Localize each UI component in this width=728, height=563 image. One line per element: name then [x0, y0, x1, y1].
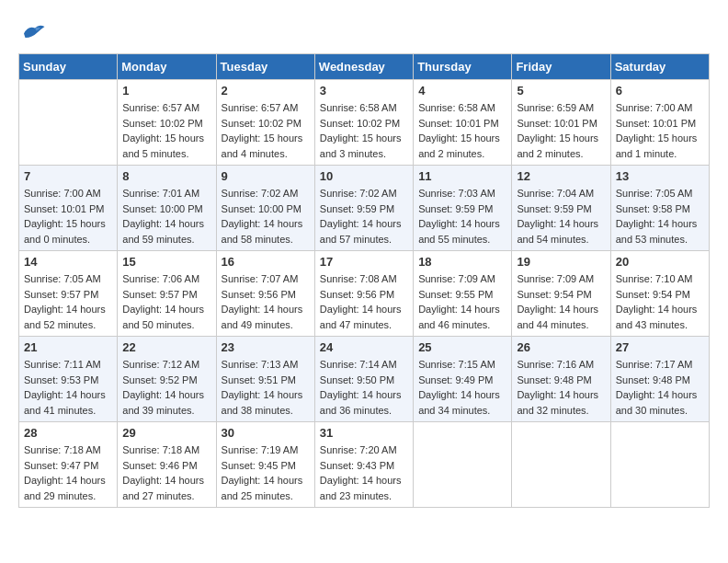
day-number: 18 [418, 255, 506, 269]
day-number: 28 [24, 426, 112, 440]
day-number: 22 [122, 340, 210, 354]
week-row-3: 14Sunrise: 7:05 AMSunset: 9:57 PMDayligh… [19, 251, 710, 337]
day-info: Sunrise: 7:05 AMSunset: 9:58 PMDaylight:… [616, 186, 704, 247]
day-number: 13 [616, 169, 704, 183]
day-number: 27 [616, 340, 704, 354]
calendar-cell: 10Sunrise: 7:02 AMSunset: 9:59 PMDayligh… [314, 166, 413, 251]
day-number: 29 [122, 426, 210, 440]
day-number: 8 [122, 169, 210, 183]
calendar-cell: 19Sunrise: 7:09 AMSunset: 9:54 PMDayligh… [512, 251, 610, 337]
day-number: 9 [222, 169, 310, 183]
day-number: 26 [517, 340, 605, 354]
day-info: Sunrise: 7:07 AMSunset: 9:56 PMDaylight:… [222, 271, 310, 332]
column-header-friday: Friday [512, 54, 610, 80]
day-info: Sunrise: 7:19 AMSunset: 9:45 PMDaylight:… [222, 442, 310, 503]
day-number: 12 [517, 169, 605, 183]
week-row-4: 21Sunrise: 7:11 AMSunset: 9:53 PMDayligh… [19, 337, 710, 422]
calendar-cell: 13Sunrise: 7:05 AMSunset: 9:58 PMDayligh… [610, 166, 709, 251]
day-info: Sunrise: 7:12 AMSunset: 9:52 PMDaylight:… [122, 357, 210, 418]
day-number: 25 [418, 340, 506, 354]
column-header-sunday: Sunday [19, 54, 118, 80]
week-row-5: 28Sunrise: 7:18 AMSunset: 9:47 PMDayligh… [19, 422, 710, 508]
calendar-cell: 1Sunrise: 6:57 AMSunset: 10:02 PMDayligh… [118, 80, 216, 166]
calendar-cell [19, 80, 118, 166]
day-number: 2 [222, 84, 310, 98]
calendar-cell: 7Sunrise: 7:00 AMSunset: 10:01 PMDayligh… [19, 166, 118, 251]
column-header-thursday: Thursday [414, 54, 512, 80]
calendar-cell [512, 422, 610, 508]
calendar-cell: 17Sunrise: 7:08 AMSunset: 9:56 PMDayligh… [314, 251, 413, 337]
day-info: Sunrise: 7:15 AMSunset: 9:49 PMDaylight:… [418, 357, 506, 418]
day-number: 7 [24, 169, 112, 183]
calendar-cell: 23Sunrise: 7:13 AMSunset: 9:51 PMDayligh… [216, 337, 314, 422]
day-info: Sunrise: 7:14 AMSunset: 9:50 PMDaylight:… [320, 357, 408, 418]
calendar-cell: 21Sunrise: 7:11 AMSunset: 9:53 PMDayligh… [19, 337, 118, 422]
header-row: SundayMondayTuesdayWednesdayThursdayFrid… [19, 54, 710, 80]
calendar-cell: 20Sunrise: 7:10 AMSunset: 9:54 PMDayligh… [610, 251, 709, 337]
day-info: Sunrise: 7:00 AMSunset: 10:01 PMDaylight… [616, 100, 704, 161]
calendar-cell: 29Sunrise: 7:18 AMSunset: 9:46 PMDayligh… [118, 422, 216, 508]
column-header-saturday: Saturday [610, 54, 709, 80]
column-header-monday: Monday [118, 54, 216, 80]
day-number: 17 [320, 255, 408, 269]
day-number: 31 [320, 426, 408, 440]
day-number: 1 [122, 84, 210, 98]
day-number: 21 [24, 340, 112, 354]
calendar-cell: 14Sunrise: 7:05 AMSunset: 9:57 PMDayligh… [19, 251, 118, 337]
week-row-2: 7Sunrise: 7:00 AMSunset: 10:01 PMDayligh… [19, 166, 710, 251]
day-number: 5 [517, 84, 605, 98]
day-number: 3 [320, 84, 408, 98]
week-row-1: 1Sunrise: 6:57 AMSunset: 10:02 PMDayligh… [19, 80, 710, 166]
day-number: 16 [222, 255, 310, 269]
day-number: 10 [320, 169, 408, 183]
calendar-cell [414, 422, 512, 508]
day-info: Sunrise: 7:18 AMSunset: 9:46 PMDaylight:… [122, 442, 210, 503]
calendar-cell: 3Sunrise: 6:58 AMSunset: 10:02 PMDayligh… [314, 80, 413, 166]
day-info: Sunrise: 7:20 AMSunset: 9:43 PMDaylight:… [320, 442, 408, 503]
day-info: Sunrise: 7:13 AMSunset: 9:51 PMDaylight:… [222, 357, 310, 418]
day-info: Sunrise: 7:03 AMSunset: 9:59 PMDaylight:… [418, 186, 506, 247]
calendar-cell: 4Sunrise: 6:58 AMSunset: 10:01 PMDayligh… [414, 80, 512, 166]
day-info: Sunrise: 7:01 AMSunset: 10:00 PMDaylight… [122, 186, 210, 247]
day-info: Sunrise: 7:11 AMSunset: 9:53 PMDaylight:… [24, 357, 112, 418]
calendar-cell: 25Sunrise: 7:15 AMSunset: 9:49 PMDayligh… [414, 337, 512, 422]
day-info: Sunrise: 7:08 AMSunset: 9:56 PMDaylight:… [320, 271, 408, 332]
calendar-cell: 8Sunrise: 7:01 AMSunset: 10:00 PMDayligh… [118, 166, 216, 251]
day-info: Sunrise: 7:05 AMSunset: 9:57 PMDaylight:… [24, 271, 112, 332]
day-info: Sunrise: 7:17 AMSunset: 9:48 PMDaylight:… [616, 357, 704, 418]
day-info: Sunrise: 7:09 AMSunset: 9:54 PMDaylight:… [517, 271, 605, 332]
day-number: 14 [24, 255, 112, 269]
day-info: Sunrise: 7:06 AMSunset: 9:57 PMDaylight:… [122, 271, 210, 332]
calendar-table: SundayMondayTuesdayWednesdayThursdayFrid… [18, 53, 710, 508]
day-number: 19 [517, 255, 605, 269]
day-info: Sunrise: 7:02 AMSunset: 10:00 PMDaylight… [222, 186, 310, 247]
day-number: 11 [418, 169, 506, 183]
page-header [18, 18, 710, 46]
day-info: Sunrise: 7:04 AMSunset: 9:59 PMDaylight:… [517, 186, 605, 247]
calendar-cell: 15Sunrise: 7:06 AMSunset: 9:57 PMDayligh… [118, 251, 216, 337]
calendar-cell: 11Sunrise: 7:03 AMSunset: 9:59 PMDayligh… [414, 166, 512, 251]
day-number: 15 [122, 255, 210, 269]
calendar-cell: 18Sunrise: 7:09 AMSunset: 9:55 PMDayligh… [414, 251, 512, 337]
calendar-cell: 31Sunrise: 7:20 AMSunset: 9:43 PMDayligh… [314, 422, 413, 508]
day-number: 4 [418, 84, 506, 98]
day-number: 30 [222, 426, 310, 440]
column-header-tuesday: Tuesday [216, 54, 314, 80]
calendar-cell: 30Sunrise: 7:19 AMSunset: 9:45 PMDayligh… [216, 422, 314, 508]
calendar-cell: 24Sunrise: 7:14 AMSunset: 9:50 PMDayligh… [314, 337, 413, 422]
calendar-cell: 28Sunrise: 7:18 AMSunset: 9:47 PMDayligh… [19, 422, 118, 508]
day-info: Sunrise: 7:16 AMSunset: 9:48 PMDaylight:… [517, 357, 605, 418]
day-info: Sunrise: 6:59 AMSunset: 10:01 PMDaylight… [517, 100, 605, 161]
day-info: Sunrise: 6:58 AMSunset: 10:01 PMDaylight… [418, 100, 506, 161]
calendar-cell: 27Sunrise: 7:17 AMSunset: 9:48 PMDayligh… [610, 337, 709, 422]
calendar-cell: 9Sunrise: 7:02 AMSunset: 10:00 PMDayligh… [216, 166, 314, 251]
calendar-cell: 6Sunrise: 7:00 AMSunset: 10:01 PMDayligh… [610, 80, 709, 166]
day-info: Sunrise: 7:02 AMSunset: 9:59 PMDaylight:… [320, 186, 408, 247]
day-info: Sunrise: 6:58 AMSunset: 10:02 PMDaylight… [320, 100, 408, 161]
day-info: Sunrise: 6:57 AMSunset: 10:02 PMDaylight… [222, 100, 310, 161]
day-info: Sunrise: 7:18 AMSunset: 9:47 PMDaylight:… [24, 442, 112, 503]
day-info: Sunrise: 6:57 AMSunset: 10:02 PMDaylight… [122, 100, 210, 161]
calendar-cell [610, 422, 709, 508]
day-info: Sunrise: 7:00 AMSunset: 10:01 PMDaylight… [24, 186, 112, 247]
calendar-cell: 12Sunrise: 7:04 AMSunset: 9:59 PMDayligh… [512, 166, 610, 251]
